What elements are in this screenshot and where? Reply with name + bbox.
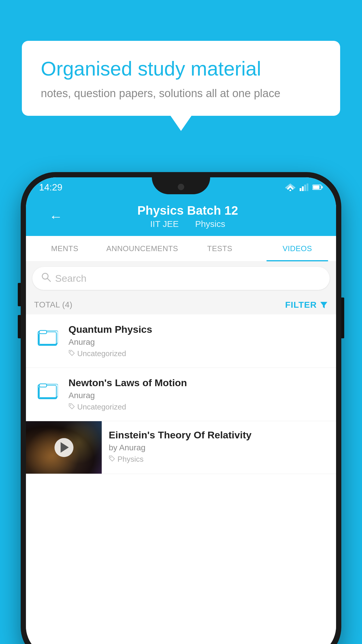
speech-bubble-title: Organised study material [41,57,321,81]
header-title-area: ← Physics Batch 12 IIT JEE Physics [26,204,336,229]
battery-icon [312,184,323,190]
filter-funnel-icon [320,301,328,309]
header-title: Physics Batch 12 [63,204,313,218]
side-button-power [341,298,344,338]
svg-point-26 [70,405,71,406]
content-list: Quantum Physics Anurag Uncategorized [26,314,336,644]
item-author: Anurag [68,337,327,347]
status-icons [285,183,323,191]
app-header: ← Physics Batch 12 IIT JEE Physics [26,197,336,236]
item-title: Newton's Laws of Motion [68,377,327,388]
search-placeholder: Search [55,273,87,284]
play-button[interactable] [55,438,73,457]
svg-rect-25 [39,384,47,387]
front-camera [178,184,184,190]
item-tag: Uncategorized [68,349,327,358]
tag-label: Uncategorized [77,349,126,358]
svg-rect-5 [304,185,306,191]
phone-frame: 14:29 [21,172,341,644]
svg-rect-8 [321,186,323,188]
tab-ments[interactable]: MENTS [26,236,103,261]
signal-icon [300,183,308,191]
tag-label: Uncategorized [77,402,126,412]
list-item-video[interactable]: Einstein's Theory Of Relativity by Anura… [26,421,336,474]
item-title: Quantum Physics [68,324,327,335]
back-button[interactable]: ← [49,209,63,224]
speech-bubble: Organised study material notes, question… [22,41,340,116]
svg-rect-3 [300,188,301,191]
search-bar-container: Search [26,262,336,295]
header-subtitle-part1: IIT JEE [150,219,179,229]
list-item[interactable]: Newton's Laws of Motion Anurag Uncategor… [26,368,336,421]
item-info: Quantum Physics Anurag Uncategorized [68,324,327,358]
phone-screen: 14:29 [26,177,336,644]
svg-point-27 [110,457,111,458]
folder-icon [35,377,60,403]
filter-total: TOTAL (4) [34,300,72,309]
video-author: by Anurag [109,443,329,452]
nav-tabs: MENTS ANNOUNCEMENTS TESTS VIDEOS [26,236,336,262]
svg-line-11 [47,278,50,281]
status-time: 14:29 [39,182,62,193]
phone-notch [152,177,210,194]
tag-icon [68,349,75,358]
item-tag: Uncategorized [68,402,327,412]
folder-icon [35,324,60,349]
tag-label: Physics [117,455,144,464]
wifi-icon [285,183,296,191]
tag-icon [68,402,75,412]
header-subtitle-part2: Physics [195,219,225,229]
tab-tests[interactable]: TESTS [181,236,259,261]
svg-rect-4 [302,186,304,191]
side-button-vol-down [18,315,21,338]
svg-rect-9 [313,186,319,189]
filter-bar: TOTAL (4) FILTER [26,295,336,314]
header-subtitle: IIT JEE Physics [63,219,313,229]
svg-rect-18 [39,330,47,334]
video-info: Einstein's Theory Of Relativity by Anura… [102,421,336,472]
svg-marker-12 [320,302,327,308]
search-icon [41,272,51,285]
item-author: Anurag [68,391,327,400]
filter-label: FILTER [285,300,317,310]
svg-point-19 [70,351,71,352]
side-button-vol-up [18,283,21,306]
speech-bubble-subtitle: notes, question papers, solutions all at… [41,87,321,100]
tag-icon [109,455,115,464]
item-info: Newton's Laws of Motion Anurag Uncategor… [68,377,327,412]
list-item[interactable]: Quantum Physics Anurag Uncategorized [26,314,336,368]
video-thumbnail [26,421,102,474]
speech-bubble-container: Organised study material notes, question… [22,41,340,116]
filter-button[interactable]: FILTER [285,300,328,310]
video-title: Einstein's Theory Of Relativity [109,429,329,441]
svg-point-2 [289,190,291,191]
svg-rect-6 [307,183,308,191]
video-tag: Physics [109,455,329,464]
search-bar[interactable]: Search [32,267,330,290]
tab-videos[interactable]: VIDEOS [259,236,336,261]
tab-announcements[interactable]: ANNOUNCEMENTS [103,236,181,261]
